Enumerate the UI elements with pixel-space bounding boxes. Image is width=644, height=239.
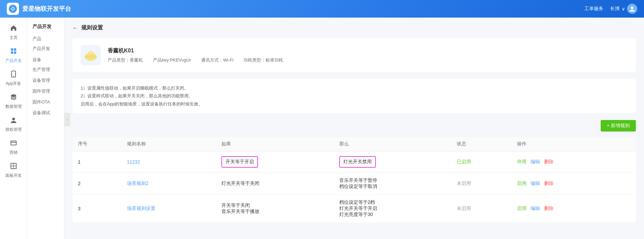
cell-index: 3 [72, 195, 122, 223]
cell-if-condition: 开关等于开启 [216, 151, 334, 173]
cell-status: 已启用 [451, 151, 512, 173]
main-layout: 主页 产品开发 App开发 [0, 18, 644, 239]
content-area: ← 规则设置 香薰机K01 产品类型：香薰机 产品key:PKEVvgUr 通讯… [64, 18, 644, 239]
table-row: 2场景规则2灯光开关等于关闭音乐开关等于暂停档位设定等于取消未启用启用编辑删除 [72, 173, 636, 195]
sidebar-item-marketing[interactable]: 营销 [0, 136, 27, 159]
cell-status: 未启用 [451, 195, 512, 223]
col-status: 状态 [451, 137, 512, 151]
sub-sidebar-item-firmware-mgmt[interactable]: 固件管理 [27, 86, 64, 97]
table-header-row: 序号 规则名称 如果 那么 状态 操作 [72, 137, 636, 151]
rules-table-element: 序号 规则名称 如果 那么 状态 操作 111232开关等于开启灯光开关禁用已启… [72, 137, 636, 222]
action-停用[interactable]: 停用 [517, 159, 527, 164]
user-menu[interactable]: 长博 ∨ [610, 4, 637, 14]
sidebar-item-app-dev[interactable]: App开发 [0, 67, 27, 90]
sidebar-item-panel-dev-label: 面板开发 [5, 173, 22, 178]
svg-rect-6 [14, 51, 16, 54]
cell-if-condition: 开关等于关闭音乐开关等于播放 [216, 195, 334, 223]
sub-sidebar-item-device-debug[interactable]: 设备调试 [27, 107, 64, 118]
app-dev-icon [10, 70, 17, 79]
work-order-link[interactable]: 工单服务 [584, 6, 603, 12]
sidebar-item-product-dev-label: 产品开发 [5, 58, 22, 64]
cell-actions: 停用编辑删除 [512, 151, 636, 173]
svg-rect-5 [11, 51, 13, 54]
sub-sidebar-item-production-mgmt[interactable]: 生产管理 [27, 64, 64, 75]
desc-line-2: 2）设置样式联动，如果开关关闭，那么其他的功能禁用。 [81, 92, 628, 100]
cell-then-condition: 灯光开关禁用 [334, 151, 451, 173]
action-启用[interactable]: 启用 [517, 181, 527, 186]
product-name: 香薰机K01 [108, 47, 283, 54]
action-删除[interactable]: 删除 [544, 206, 554, 211]
cell-actions: 启用编辑删除 [512, 173, 636, 195]
sidebar-item-home[interactable]: 主页 [0, 21, 27, 44]
product-dev-icon [10, 47, 17, 56]
sub-sidebar-title: 产品开发 [27, 18, 64, 33]
page-header: ← 规则设置 [72, 24, 636, 31]
panel-dev-icon [10, 162, 17, 171]
desc-line-1: 1）设置属性值联动，如果开启睡眠模式，那么灯关闭。 [81, 84, 628, 92]
home-icon [10, 24, 17, 33]
svg-rect-4 [14, 48, 16, 51]
action-编辑[interactable]: 编辑 [531, 159, 540, 164]
col-index: 序号 [72, 137, 122, 151]
svg-point-8 [13, 76, 14, 76]
svg-rect-11 [11, 141, 16, 145]
add-rule-button[interactable]: + 新增规则 [601, 120, 636, 132]
description-section: 1）设置属性值联动，如果开启睡眠模式，那么灯关闭。 2）设置样式联动，如果开关关… [72, 79, 636, 113]
svg-point-18 [85, 55, 97, 58]
action-删除[interactable]: 删除 [544, 159, 554, 164]
action-编辑[interactable]: 编辑 [531, 181, 540, 186]
cell-actions: 启用编辑删除 [512, 195, 636, 223]
action-bar: + 新增规则 [72, 120, 636, 132]
sidebar-item-marketing-label: 营销 [9, 150, 18, 156]
marketing-icon [10, 139, 17, 148]
sidebar-item-home-label: 主页 [9, 35, 18, 41]
cell-rule-name: 11232 [122, 151, 216, 173]
cell-index: 1 [72, 151, 122, 173]
header: 爱星物联开发平台 工单服务 长博 ∨ [0, 0, 644, 18]
cell-rule-name: 场景规则设置 [122, 195, 216, 223]
sub-sidebar-item-firmware-ota[interactable]: 固件OTA [27, 97, 64, 107]
product-details: 香薰机K01 产品类型：香薰机 产品key:PKEVvgUr 通讯方式：Wi-F… [108, 47, 283, 63]
product-func: 功耗类型：标准功耗 [243, 57, 283, 63]
cell-if-condition: 灯光开关等于关闭 [216, 173, 334, 195]
data-mgmt-icon [10, 93, 17, 102]
sidebar-item-data-mgmt-label: 数据管理 [5, 104, 22, 110]
rules-table: 序号 规则名称 如果 那么 状态 操作 111232开关等于开启灯光开关禁用已启… [72, 137, 636, 222]
back-button[interactable]: ← [72, 25, 78, 31]
sidebar-item-app-dev-label: App开发 [6, 81, 21, 87]
product-key: 产品key:PKEVvgUr [153, 57, 191, 63]
svg-point-1 [12, 8, 14, 10]
sidebar-item-panel-dev[interactable]: 面板开发 [0, 159, 27, 182]
product-card: 香薰机K01 产品类型：香薰机 产品key:PKEVvgUr 通讯方式：Wi-F… [72, 38, 636, 72]
sub-sidebar-group-product: 产品 [27, 33, 64, 43]
page-title: 规则设置 [81, 24, 103, 31]
action-启用[interactable]: 启用 [517, 206, 527, 211]
product-image [81, 45, 101, 65]
product-meta: 产品类型：香薰机 产品key:PKEVvgUr 通讯方式：Wi-Fi 功耗类型：… [108, 57, 283, 63]
sub-sidebar-item-device-mgmt[interactable]: 设备管理 [27, 75, 64, 86]
cell-then-condition: 档位设定等于2档灯光开关等于开启灯光亮度等于30 [334, 195, 451, 223]
cell-index: 2 [72, 173, 122, 195]
logo: 爱星物联开发平台 [7, 3, 71, 15]
cell-then-condition: 音乐开关等于暂停档位设定等于取消 [334, 173, 451, 195]
sidebar-item-auth-mgmt[interactable]: 授权管理 [0, 113, 27, 136]
table-row: 111232开关等于开启灯光开关禁用已启用停用编辑删除 [72, 151, 636, 173]
auth-mgmt-icon [10, 116, 17, 125]
svg-point-2 [631, 6, 634, 9]
col-then: 那么 [334, 137, 451, 151]
action-删除[interactable]: 删除 [544, 181, 554, 186]
sidebar-item-data-mgmt[interactable]: 数据管理 [0, 90, 27, 113]
cell-rule-name: 场景规则2 [122, 173, 216, 195]
sidebar-collapse-btn[interactable]: ‹ [64, 113, 70, 126]
sub-sidebar-item-product[interactable]: 产品开发 [27, 43, 64, 54]
col-if: 如果 [216, 137, 334, 151]
sub-sidebar-group-device: 设备 [27, 54, 64, 64]
chevron-down-icon: ∨ [622, 6, 625, 11]
sidebar: 主页 产品开发 App开发 [0, 18, 27, 239]
action-编辑[interactable]: 编辑 [531, 206, 540, 211]
table-row: 3场景规则设置开关等于关闭音乐开关等于播放档位设定等于2档灯光开关等于开启灯光亮… [72, 195, 636, 223]
sub-sidebar: 产品开发 产品 产品开发 设备 生产管理 设备管理 固件管理 固件OTA 设备调… [27, 18, 64, 239]
sidebar-item-auth-mgmt-label: 授权管理 [5, 127, 22, 133]
desc-line-3: 启用后，会在App的智能场景，设置设备执行任务的时候生效。 [81, 100, 628, 108]
sidebar-item-product-dev[interactable]: 产品开发 [0, 44, 27, 67]
